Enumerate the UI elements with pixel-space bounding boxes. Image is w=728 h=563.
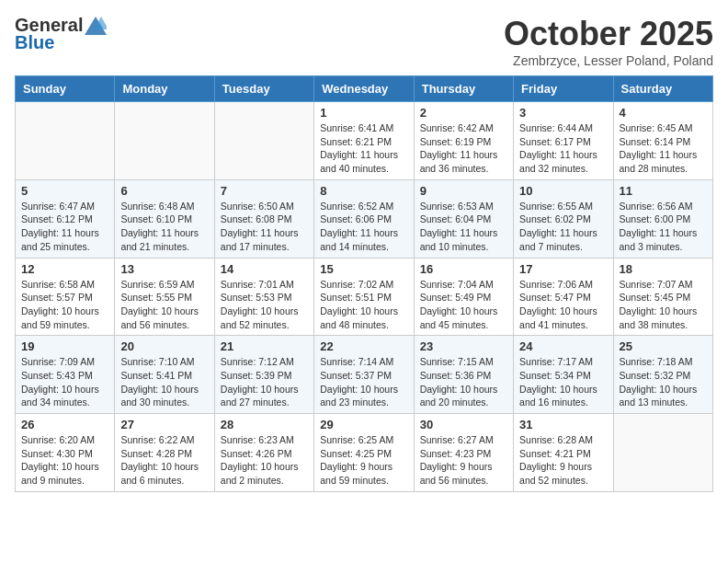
day-info: Sunrise: 7:04 AM Sunset: 5:49 PM Dayligh… <box>420 278 507 332</box>
day-info: Sunrise: 6:45 AM Sunset: 6:14 PM Dayligh… <box>620 121 707 176</box>
logo-blue: Blue <box>15 32 54 53</box>
logo: General Blue <box>15 15 108 53</box>
column-header-tuesday: Tuesday <box>214 76 313 102</box>
column-header-thursday: Thursday <box>414 76 513 102</box>
location-subtitle: Zembrzyce, Lesser Poland, Poland <box>504 53 713 68</box>
day-info: Sunrise: 7:18 AM Sunset: 5:32 PM Dayligh… <box>620 355 707 409</box>
calendar-day-29: 29Sunrise: 6:25 AM Sunset: 4:25 PM Dayli… <box>314 414 414 492</box>
day-info: Sunrise: 6:48 AM Sunset: 6:10 PM Dayligh… <box>120 200 208 254</box>
calendar-day-empty <box>613 414 712 492</box>
day-info: Sunrise: 6:22 AM Sunset: 4:28 PM Dayligh… <box>120 433 208 488</box>
calendar-day-21: 21Sunrise: 7:12 AM Sunset: 5:39 PM Dayli… <box>214 336 313 414</box>
column-header-wednesday: Wednesday <box>314 76 414 102</box>
day-number: 1 <box>320 106 407 120</box>
calendar-week-4: 19Sunrise: 7:09 AM Sunset: 5:43 PM Dayli… <box>16 336 713 414</box>
day-info: Sunrise: 7:02 AM Sunset: 5:51 PM Dayligh… <box>320 278 407 332</box>
calendar-day-empty <box>16 102 115 180</box>
column-header-monday: Monday <box>115 76 214 102</box>
day-number: 5 <box>21 184 108 198</box>
day-number: 23 <box>420 339 507 353</box>
calendar-day-2: 2Sunrise: 6:42 AM Sunset: 6:19 PM Daylig… <box>414 102 513 180</box>
day-number: 14 <box>221 262 308 276</box>
calendar-day-14: 14Sunrise: 7:01 AM Sunset: 5:53 PM Dayli… <box>214 258 313 336</box>
calendar-day-7: 7Sunrise: 6:50 AM Sunset: 6:08 PM Daylig… <box>214 179 313 258</box>
day-number: 7 <box>221 184 308 198</box>
calendar-day-6: 6Sunrise: 6:48 AM Sunset: 6:10 PM Daylig… <box>115 179 214 258</box>
calendar-day-18: 18Sunrise: 7:07 AM Sunset: 5:45 PM Dayli… <box>613 258 712 336</box>
day-number: 4 <box>620 106 707 120</box>
calendar-day-3: 3Sunrise: 6:44 AM Sunset: 6:17 PM Daylig… <box>514 102 613 180</box>
calendar-week-1: 1Sunrise: 6:41 AM Sunset: 6:21 PM Daylig… <box>16 102 713 180</box>
calendar-header-row: SundayMondayTuesdayWednesdayThursdayFrid… <box>16 76 713 102</box>
day-info: Sunrise: 6:20 AM Sunset: 4:30 PM Dayligh… <box>21 433 108 488</box>
calendar-day-20: 20Sunrise: 7:10 AM Sunset: 5:41 PM Dayli… <box>115 336 214 414</box>
day-number: 20 <box>120 339 208 353</box>
calendar-day-15: 15Sunrise: 7:02 AM Sunset: 5:51 PM Dayli… <box>314 258 414 336</box>
day-info: Sunrise: 7:09 AM Sunset: 5:43 PM Dayligh… <box>21 355 108 409</box>
day-info: Sunrise: 6:47 AM Sunset: 6:12 PM Dayligh… <box>21 200 108 254</box>
day-info: Sunrise: 7:01 AM Sunset: 5:53 PM Dayligh… <box>221 278 308 332</box>
day-number: 31 <box>519 418 607 431</box>
day-number: 12 <box>21 262 108 276</box>
day-number: 8 <box>320 184 407 198</box>
day-info: Sunrise: 6:53 AM Sunset: 6:04 PM Dayligh… <box>420 200 507 254</box>
day-number: 18 <box>620 262 707 276</box>
day-number: 15 <box>320 262 407 276</box>
calendar-day-24: 24Sunrise: 7:17 AM Sunset: 5:34 PM Dayli… <box>514 336 613 414</box>
logo-icon <box>85 17 107 35</box>
day-info: Sunrise: 7:07 AM Sunset: 5:45 PM Dayligh… <box>620 278 707 332</box>
calendar-day-17: 17Sunrise: 7:06 AM Sunset: 5:47 PM Dayli… <box>514 258 613 336</box>
day-info: Sunrise: 6:44 AM Sunset: 6:17 PM Dayligh… <box>519 121 607 176</box>
calendar-day-28: 28Sunrise: 6:23 AM Sunset: 4:26 PM Dayli… <box>214 414 313 492</box>
day-number: 28 <box>221 418 308 431</box>
day-info: Sunrise: 7:06 AM Sunset: 5:47 PM Dayligh… <box>519 278 607 332</box>
calendar-week-2: 5Sunrise: 6:47 AM Sunset: 6:12 PM Daylig… <box>16 179 713 258</box>
day-number: 2 <box>420 106 507 120</box>
day-info: Sunrise: 6:52 AM Sunset: 6:06 PM Dayligh… <box>320 200 407 254</box>
day-info: Sunrise: 6:28 AM Sunset: 4:21 PM Dayligh… <box>519 433 607 488</box>
day-info: Sunrise: 6:56 AM Sunset: 6:00 PM Dayligh… <box>620 200 707 254</box>
day-info: Sunrise: 6:25 AM Sunset: 4:25 PM Dayligh… <box>320 433 407 488</box>
calendar-day-5: 5Sunrise: 6:47 AM Sunset: 6:12 PM Daylig… <box>16 179 115 258</box>
calendar-day-25: 25Sunrise: 7:18 AM Sunset: 5:32 PM Dayli… <box>613 336 712 414</box>
day-number: 30 <box>420 418 507 431</box>
day-number: 17 <box>519 262 607 276</box>
calendar-day-empty <box>214 102 313 180</box>
calendar-day-9: 9Sunrise: 6:53 AM Sunset: 6:04 PM Daylig… <box>414 179 513 258</box>
calendar-day-11: 11Sunrise: 6:56 AM Sunset: 6:00 PM Dayli… <box>613 179 712 258</box>
calendar-day-4: 4Sunrise: 6:45 AM Sunset: 6:14 PM Daylig… <box>613 102 712 180</box>
day-number: 22 <box>320 339 407 353</box>
day-number: 19 <box>21 339 108 353</box>
day-number: 6 <box>120 184 208 198</box>
day-number: 29 <box>320 418 407 431</box>
day-info: Sunrise: 6:55 AM Sunset: 6:02 PM Dayligh… <box>519 200 607 254</box>
calendar-day-1: 1Sunrise: 6:41 AM Sunset: 6:21 PM Daylig… <box>314 102 414 180</box>
calendar-week-3: 12Sunrise: 6:58 AM Sunset: 5:57 PM Dayli… <box>16 258 713 336</box>
day-number: 9 <box>420 184 507 198</box>
day-number: 21 <box>221 339 308 353</box>
day-info: Sunrise: 6:50 AM Sunset: 6:08 PM Dayligh… <box>221 200 308 254</box>
calendar-day-30: 30Sunrise: 6:27 AM Sunset: 4:23 PM Dayli… <box>414 414 513 492</box>
header: General Blue October 2025 Zembrzyce, Les… <box>15 15 713 68</box>
calendar-day-31: 31Sunrise: 6:28 AM Sunset: 4:21 PM Dayli… <box>514 414 613 492</box>
month-title: October 2025 <box>504 15 713 53</box>
day-info: Sunrise: 7:15 AM Sunset: 5:36 PM Dayligh… <box>420 355 507 409</box>
day-number: 16 <box>420 262 507 276</box>
calendar-day-8: 8Sunrise: 6:52 AM Sunset: 6:06 PM Daylig… <box>314 179 414 258</box>
day-number: 10 <box>519 184 607 198</box>
day-number: 27 <box>120 418 208 431</box>
calendar-day-19: 19Sunrise: 7:09 AM Sunset: 5:43 PM Dayli… <box>16 336 115 414</box>
calendar-week-5: 26Sunrise: 6:20 AM Sunset: 4:30 PM Dayli… <box>16 414 713 492</box>
day-number: 24 <box>519 339 607 353</box>
calendar-day-16: 16Sunrise: 7:04 AM Sunset: 5:49 PM Dayli… <box>414 258 513 336</box>
calendar-day-12: 12Sunrise: 6:58 AM Sunset: 5:57 PM Dayli… <box>16 258 115 336</box>
calendar-day-22: 22Sunrise: 7:14 AM Sunset: 5:37 PM Dayli… <box>314 336 414 414</box>
day-number: 13 <box>120 262 208 276</box>
day-info: Sunrise: 7:17 AM Sunset: 5:34 PM Dayligh… <box>519 355 607 409</box>
calendar-day-10: 10Sunrise: 6:55 AM Sunset: 6:02 PM Dayli… <box>514 179 613 258</box>
day-number: 11 <box>620 184 707 198</box>
calendar-day-13: 13Sunrise: 6:59 AM Sunset: 5:55 PM Dayli… <box>115 258 214 336</box>
calendar-day-empty <box>115 102 214 180</box>
calendar-day-23: 23Sunrise: 7:15 AM Sunset: 5:36 PM Dayli… <box>414 336 513 414</box>
column-header-friday: Friday <box>514 76 613 102</box>
